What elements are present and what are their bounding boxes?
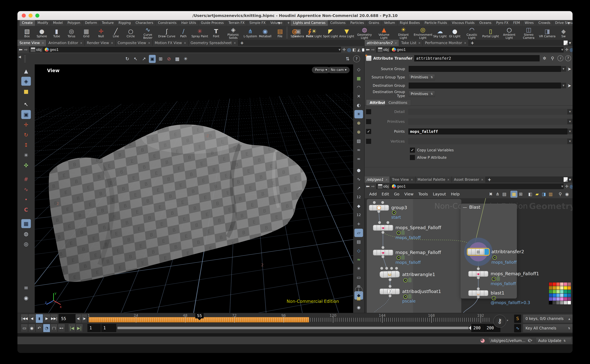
range-slider[interactable] <box>117 327 469 329</box>
vertices-checkbox[interactable] <box>366 139 371 144</box>
add-tab-icon[interactable]: + <box>486 176 493 183</box>
no-lights-icon[interactable]: ✕ <box>354 92 363 100</box>
palette-grid-icon[interactable]: ▦ <box>510 191 517 198</box>
shelf-tab[interactable]: Texture <box>100 20 116 26</box>
back-icon[interactable]: ⬅ <box>366 47 370 52</box>
next-frame-button[interactable]: |▶ <box>81 314 87 323</box>
shelf-tab[interactable]: Modify <box>35 20 51 26</box>
next-key-button[interactable]: ▶| <box>76 324 83 332</box>
shelf-tool[interactable]: ✛Null <box>94 28 108 38</box>
undo-loop-icon[interactable]: ↶ <box>36 324 43 332</box>
link-bullseye-icon[interactable]: ◎ <box>347 47 351 52</box>
shelf-tab[interactable]: Particle Fluids <box>422 20 449 26</box>
shelf-tab[interactable]: Wires <box>523 20 536 26</box>
color-swatch[interactable] <box>549 293 552 297</box>
shelf-tool[interactable]: ∕Path <box>176 28 191 38</box>
shelf-tool[interactable]: ●GI Light <box>447 28 462 38</box>
close-icon[interactable]: × <box>80 41 82 45</box>
link-bullseye-icon[interactable]: ◎ <box>570 47 573 52</box>
color-swatch[interactable] <box>549 301 552 304</box>
shelf-tool[interactable]: ○Ambient Light <box>500 26 519 39</box>
channel-graph-icon[interactable]: ∿ <box>514 324 521 332</box>
detail-field[interactable] <box>409 109 567 115</box>
snap-point-icon[interactable]: • <box>21 195 31 204</box>
shelf-tab[interactable]: Pyro FX <box>494 20 511 26</box>
snap-grid-icon[interactable]: # <box>21 175 31 184</box>
tab-geometry-spreadsheet[interactable]: Geometry Spreadsheet× <box>188 40 238 46</box>
shelf-tool[interactable]: ◆Sw <box>556 28 571 38</box>
asset-box-icon[interactable]: ▥ <box>547 191 554 198</box>
color-swatch[interactable] <box>560 282 563 286</box>
dropdown-icon[interactable]: ▼ <box>561 83 566 88</box>
pose-icon[interactable]: ✳ <box>21 151 31 160</box>
channel-scope-icon[interactable]: S <box>514 314 521 323</box>
handles-icon[interactable]: ✜ <box>21 161 31 170</box>
dropdown-icon[interactable]: ▼ <box>567 109 573 115</box>
brain-cook-icon[interactable]: ◕ <box>480 337 485 343</box>
glasses-play-icon[interactable]: ∞ <box>354 155 363 163</box>
path-dropdown-icon[interactable]: ▼ <box>561 48 563 51</box>
snap-magnet-icon[interactable]: C <box>21 205 31 214</box>
primitives-checkbox[interactable] <box>366 119 371 124</box>
shelf-menu-arrow-icon[interactable]: ▼ <box>568 21 570 25</box>
pivot-icon[interactable]: + <box>354 220 363 228</box>
breadcrumb-obj[interactable]: obj <box>30 47 43 52</box>
color-swatch[interactable] <box>553 293 556 297</box>
node-blast1[interactable]: ⍽ <box>468 290 488 296</box>
color-swatch[interactable] <box>556 301 560 304</box>
shelf-tool[interactable]: ◤Spot Light <box>322 28 339 38</box>
primitives-field[interactable] <box>409 119 567 124</box>
tree-icon[interactable]: ⋔ <box>494 191 501 198</box>
shelf-tab[interactable]: Viscous Fluids <box>449 20 477 26</box>
shelf-tool[interactable]: ▮Tube <box>49 28 64 38</box>
path-dropdown-icon[interactable]: ▼ <box>339 48 341 51</box>
color-swatch[interactable] <box>556 290 560 293</box>
scale-icon[interactable]: ↕ <box>21 141 31 150</box>
dropdown-icon[interactable]: ▼ <box>567 119 573 124</box>
shelf-tool[interactable]: ◨VR Camera <box>538 28 556 38</box>
color-swatch[interactable] <box>564 297 567 301</box>
shelf-tab[interactable]: Deform <box>83 20 100 26</box>
shelf-tool[interactable]: ʃDraw Curve <box>158 28 176 38</box>
realtime-clock-icon[interactable]: ◔ <box>43 324 50 332</box>
close-icon[interactable]: × <box>42 41 44 45</box>
node-attribadjustfloat1[interactable]: .2 <box>380 288 400 294</box>
path-field[interactable]: obj geo1 ▼ <box>29 46 341 53</box>
shelf-tool[interactable]: ▲Volume Light <box>374 26 394 39</box>
materials-icon[interactable]: ■ <box>21 87 31 96</box>
flipbook-globe-icon[interactable]: ◍ <box>21 229 31 238</box>
prev-key-button[interactable]: |◀ <box>68 324 75 332</box>
shelf-tab[interactable]: Lights and Cameras <box>291 20 328 26</box>
tick-ruler-icon[interactable]: |ʹʹʹ| <box>50 324 58 332</box>
pane-link-icon[interactable]: ⇅ <box>344 55 351 63</box>
pin-icon[interactable]: ✛ <box>565 184 569 189</box>
close-icon[interactable]: × <box>411 178 413 181</box>
audio-icon[interactable]: ◉ <box>28 324 35 332</box>
tab-render-view[interactable]: Render View× <box>85 40 116 46</box>
lights-cameras-icon[interactable]: ◈ <box>21 77 31 86</box>
camera-display-icon[interactable]: ▦ <box>174 55 181 63</box>
close-icon[interactable]: × <box>234 41 236 45</box>
current-frame-marker[interactable]: 55 <box>195 313 204 318</box>
breadcrumb-geo1[interactable]: geo1 <box>391 47 407 52</box>
allow-p-attribute-checkbox[interactable] <box>410 155 415 160</box>
snap-together-icon[interactable]: ▣ <box>149 55 156 63</box>
tab-material-palette[interactable]: Material Palette× <box>416 176 452 183</box>
shelf-tool[interactable]: ▼Area Light <box>339 28 355 38</box>
jump-start-button[interactable]: |◀◀ <box>21 314 28 323</box>
refresh-icon[interactable]: ⟳ <box>528 338 533 344</box>
shelf-tab[interactable]: Volume <box>268 20 285 26</box>
settings-star-icon[interactable]: ✳ <box>182 55 189 63</box>
node-mops-remap-falloff[interactable]: -▪- <box>373 250 393 255</box>
color-swatch[interactable] <box>568 290 571 293</box>
color-swatch[interactable] <box>568 297 571 301</box>
node-mops-remap-falloff1[interactable]: -▪- <box>468 271 488 277</box>
back-icon[interactable]: ⬅ <box>366 184 370 189</box>
tab-animation-editor[interactable]: Animation Editor× <box>47 40 85 46</box>
menu-help[interactable]: Help <box>448 192 462 196</box>
color-swatch[interactable] <box>564 293 567 297</box>
cooking-node-select[interactable]: /obj/geo1/vellum…⇅ <box>488 338 530 344</box>
shelf-tool[interactable]: ◠Caustic Light <box>462 26 482 39</box>
shelf-tab[interactable]: Guide Process <box>199 20 226 26</box>
shelf-tool[interactable]: ⋔L-System <box>243 28 258 38</box>
